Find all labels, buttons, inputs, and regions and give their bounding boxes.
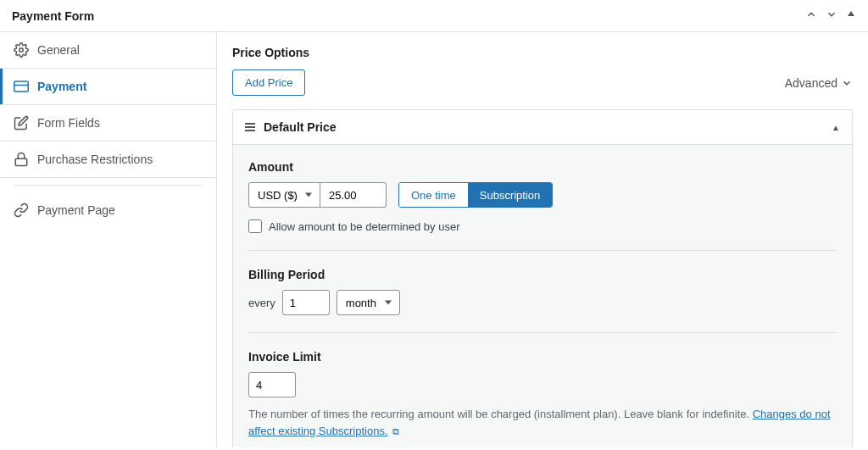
svg-rect-2 bbox=[14, 81, 29, 92]
price-card: Default Price ▲ Amount USD ($) bbox=[232, 109, 853, 447]
collapse-card-icon[interactable]: ▲ bbox=[832, 123, 840, 132]
edit-icon bbox=[14, 115, 29, 131]
one-time-toggle[interactable]: One time bbox=[399, 183, 468, 207]
external-link-icon: ⧉ bbox=[390, 426, 399, 436]
collapse-icon[interactable] bbox=[846, 8, 856, 23]
move-up-icon[interactable] bbox=[805, 8, 817, 23]
allow-user-amount-label: Allow amount to be determined by user bbox=[269, 220, 459, 233]
sidebar-item-payment-page[interactable]: Payment Page bbox=[0, 192, 216, 228]
drag-handle-icon[interactable] bbox=[245, 123, 255, 131]
card-title: Default Price bbox=[264, 120, 337, 134]
link-icon bbox=[14, 203, 29, 218]
lock-icon bbox=[14, 152, 29, 167]
billing-period-label: Billing Period bbox=[248, 268, 837, 281]
sidebar-item-label: Payment bbox=[37, 80, 86, 93]
amount-label: Amount bbox=[248, 160, 837, 174]
allow-user-amount-checkbox[interactable] bbox=[248, 219, 262, 233]
sidebar-item-label: Payment Page bbox=[37, 203, 115, 217]
payment-type-toggle: One time Subscription bbox=[398, 182, 553, 208]
sidebar-item-label: General bbox=[37, 43, 80, 57]
content: Price Options Add Price Advanced Default… bbox=[217, 32, 868, 447]
billing-unit-select[interactable]: month bbox=[337, 290, 400, 315]
sidebar-item-purchase-restrictions[interactable]: Purchase Restrictions bbox=[0, 142, 216, 177]
divider bbox=[248, 250, 837, 251]
sidebar: General Payment Form Fields Purchase Res… bbox=[0, 32, 217, 447]
svg-marker-0 bbox=[848, 11, 854, 16]
card-icon bbox=[14, 79, 29, 94]
panel-controls bbox=[805, 8, 856, 23]
sidebar-item-label: Purchase Restrictions bbox=[37, 153, 153, 166]
move-down-icon[interactable] bbox=[826, 8, 837, 23]
sidebar-divider bbox=[14, 185, 203, 186]
advanced-link[interactable]: Advanced bbox=[785, 76, 853, 90]
sidebar-item-form-fields[interactable]: Form Fields bbox=[0, 105, 216, 141]
section-title: Price Options bbox=[232, 46, 853, 59]
sidebar-item-general[interactable]: General bbox=[0, 32, 216, 68]
add-price-button[interactable]: Add Price bbox=[232, 69, 305, 96]
sidebar-item-payment[interactable]: Payment bbox=[0, 69, 216, 104]
sidebar-item-label: Form Fields bbox=[37, 116, 100, 130]
advanced-label: Advanced bbox=[785, 76, 837, 90]
amount-input[interactable] bbox=[320, 182, 387, 208]
every-label: every bbox=[248, 297, 275, 309]
subscription-toggle[interactable]: Subscription bbox=[468, 183, 553, 207]
amount-input-group: USD ($) bbox=[248, 182, 387, 208]
panel-header: Payment Form bbox=[0, 0, 868, 32]
svg-rect-4 bbox=[15, 158, 27, 165]
chevron-down-icon bbox=[841, 77, 853, 89]
invoice-limit-label: Invoice Limit bbox=[248, 350, 837, 364]
card-header: Default Price ▲ bbox=[233, 110, 852, 145]
svg-point-1 bbox=[19, 48, 24, 53]
invoice-limit-input[interactable] bbox=[248, 372, 296, 397]
invoice-limit-help: The number of times the recurring amount… bbox=[248, 406, 837, 439]
billing-interval-input[interactable] bbox=[282, 290, 330, 315]
currency-select[interactable]: USD ($) bbox=[248, 182, 320, 208]
gear-icon bbox=[14, 42, 29, 58]
panel-title: Payment Form bbox=[12, 9, 94, 23]
divider bbox=[248, 332, 837, 333]
